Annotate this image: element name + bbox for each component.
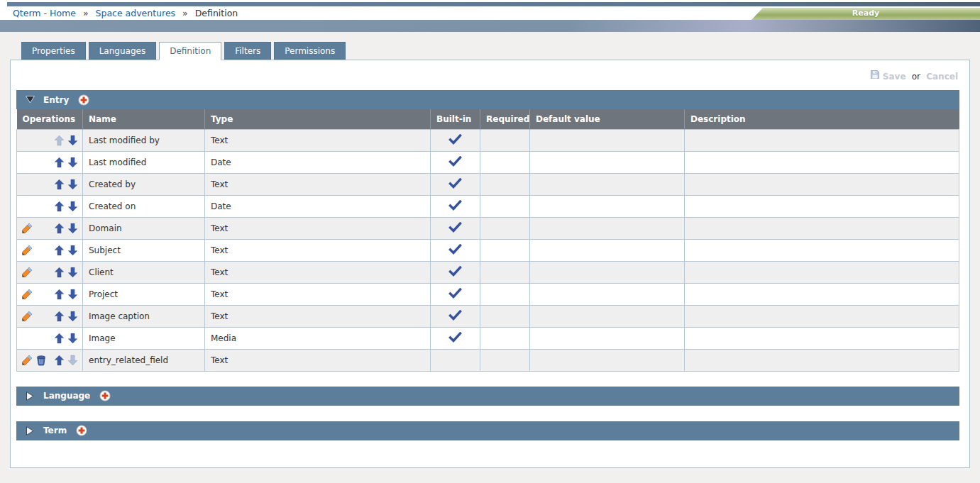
move-down-icon[interactable] [67, 289, 78, 300]
built-in-cell [431, 129, 480, 151]
field-type-cell: Text [205, 305, 431, 327]
table-row: Last modified byText [17, 129, 959, 151]
tab-definition[interactable]: Definition [159, 42, 221, 60]
move-down-icon[interactable] [67, 311, 78, 322]
field-name-cell: Image [83, 327, 205, 349]
default-value-cell [530, 217, 685, 239]
required-cell [480, 283, 530, 305]
edit-icon[interactable] [21, 267, 33, 278]
section-entry-header[interactable]: Entry [16, 90, 959, 109]
default-value-cell [530, 305, 685, 327]
description-cell [685, 305, 959, 327]
ops-group [21, 284, 78, 305]
tab-languages[interactable]: Languages [89, 42, 156, 60]
section-title-entry: Entry [43, 95, 69, 105]
move-up-icon [54, 135, 65, 146]
main-area: Properties Languages Definition Filters … [0, 32, 980, 468]
expand-icon[interactable] [25, 392, 35, 401]
edit-icon[interactable] [21, 311, 33, 322]
collapse-icon[interactable] [25, 96, 35, 104]
description-cell [685, 151, 959, 173]
edit-icon[interactable] [21, 245, 33, 256]
description-cell [685, 129, 959, 151]
field-name-cell: Created by [83, 173, 205, 195]
default-value-cell [530, 195, 685, 217]
move-down-icon[interactable] [67, 179, 78, 190]
default-value-cell [530, 327, 685, 349]
default-value-cell [530, 173, 685, 195]
default-value-cell [530, 261, 685, 283]
move-up-icon[interactable] [54, 223, 65, 234]
save-icon [870, 70, 880, 79]
move-up-icon[interactable] [54, 333, 65, 344]
default-value-cell [530, 151, 685, 173]
built-in-cell [431, 261, 480, 283]
col-description: Description [685, 109, 959, 129]
edit-icon[interactable] [21, 289, 33, 300]
field-name-cell: Project [83, 283, 205, 305]
move-down-icon [67, 355, 78, 366]
breadcrumb-separator: » [182, 8, 188, 18]
cancel-button[interactable]: Cancel [926, 72, 958, 82]
move-down-icon[interactable] [67, 245, 78, 256]
operations-cell [17, 305, 83, 327]
tab-properties[interactable]: Properties [21, 42, 86, 60]
move-up-icon[interactable] [54, 289, 65, 300]
breadcrumb-link-home[interactable]: Qterm - Home [13, 8, 76, 18]
tab-filters[interactable]: Filters [224, 42, 271, 60]
field-type-cell: Text [205, 217, 431, 239]
field-name-cell: entry_related_field [83, 349, 205, 371]
move-up-icon[interactable] [54, 355, 65, 366]
ops-group [21, 218, 78, 239]
move-down-icon[interactable] [67, 267, 78, 278]
description-cell [685, 327, 959, 349]
table-header-row: Operations Name Type Built-in Required D… [17, 109, 959, 129]
col-operations: Operations [17, 109, 83, 129]
breadcrumb-link-space-adventures[interactable]: Space adventures [96, 8, 176, 18]
delete-icon[interactable] [35, 355, 47, 366]
section-language-header[interactable]: Language [16, 387, 959, 406]
add-language-field-icon[interactable] [99, 390, 111, 401]
move-down-icon[interactable] [67, 201, 78, 212]
default-value-cell [530, 239, 685, 261]
ops-group [21, 328, 78, 349]
move-up-icon[interactable] [54, 267, 65, 278]
field-name-cell: Created on [83, 195, 205, 217]
move-up-icon[interactable] [54, 201, 65, 212]
built-in-cell [431, 239, 480, 261]
required-cell [480, 239, 530, 261]
move-down-icon[interactable] [67, 223, 78, 234]
section-term-header[interactable]: Term [16, 421, 959, 440]
description-cell [685, 261, 959, 283]
add-term-field-icon[interactable] [75, 425, 87, 436]
move-up-icon[interactable] [54, 311, 65, 322]
edit-icon[interactable] [21, 223, 33, 234]
save-button[interactable]: Save [883, 72, 906, 82]
page-header: Qterm - Home » Space adventures » Defini… [0, 0, 980, 20]
add-entry-field-icon[interactable] [77, 94, 89, 106]
required-cell [480, 195, 530, 217]
built-in-cell [431, 327, 480, 349]
col-default-value: Default value [530, 109, 685, 129]
required-cell [480, 151, 530, 173]
built-in-cell [431, 349, 480, 371]
move-up-icon[interactable] [54, 179, 65, 190]
breadcrumb-separator: » [83, 8, 89, 18]
checkmark-icon [448, 200, 462, 211]
checkmark-icon [448, 332, 462, 343]
move-down-icon[interactable] [67, 333, 78, 344]
checkmark-icon [448, 134, 462, 145]
operations-cell [17, 261, 83, 283]
tab-permissions[interactable]: Permissions [274, 42, 346, 60]
move-down-icon[interactable] [67, 157, 78, 168]
built-in-cell [431, 217, 480, 239]
built-in-cell [431, 195, 480, 217]
move-up-icon[interactable] [54, 245, 65, 256]
edit-icon[interactable] [21, 355, 33, 366]
required-cell [480, 217, 530, 239]
move-up-icon[interactable] [54, 157, 65, 168]
ops-group [21, 306, 78, 327]
operations-cell [17, 217, 83, 239]
move-down-icon[interactable] [67, 135, 78, 146]
expand-icon[interactable] [25, 426, 35, 435]
